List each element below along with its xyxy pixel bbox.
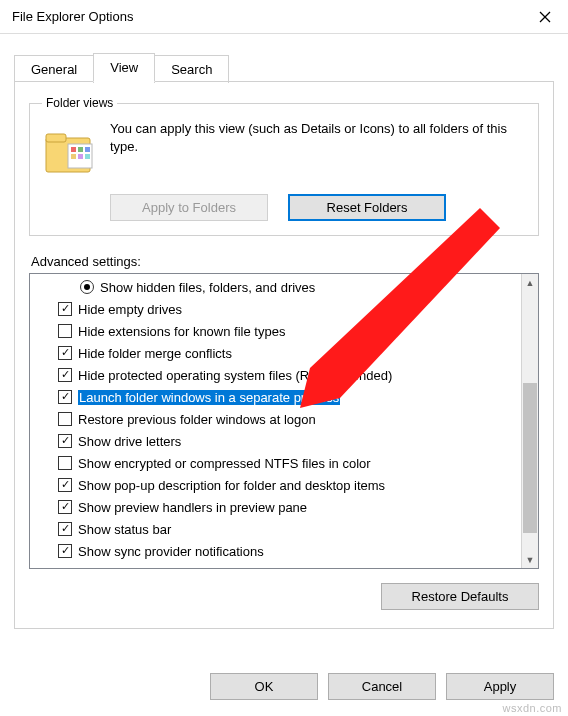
svg-rect-3 xyxy=(46,134,66,142)
scrollbar[interactable]: ▲ ▼ xyxy=(521,274,538,568)
apply-to-folders-button: Apply to Folders xyxy=(110,194,268,221)
close-icon xyxy=(539,11,551,23)
setting-row[interactable]: Show pop-up description for folder and d… xyxy=(30,474,521,496)
tab-general[interactable]: General xyxy=(14,55,94,83)
setting-row[interactable]: Show encrypted or compressed NTFS files … xyxy=(30,452,521,474)
tab-search[interactable]: Search xyxy=(154,55,229,83)
watermark: wsxdn.com xyxy=(502,702,562,714)
folder-icon xyxy=(42,124,98,180)
setting-row[interactable]: Show sync provider notifications xyxy=(30,540,521,562)
scroll-thumb[interactable] xyxy=(523,383,537,533)
checkbox-icon[interactable] xyxy=(58,478,72,492)
checkbox-icon[interactable] xyxy=(58,500,72,514)
svg-rect-7 xyxy=(85,147,90,152)
radio-icon[interactable] xyxy=(80,280,94,294)
setting-row[interactable]: Show status bar xyxy=(30,518,521,540)
ok-button[interactable]: OK xyxy=(210,673,318,700)
folder-views-group: Folder views You can apply this view (su… xyxy=(29,96,539,236)
tab-view[interactable]: View xyxy=(93,53,155,82)
folder-views-text: You can apply this view (such as Details… xyxy=(110,120,526,155)
tab-strip: General View Search xyxy=(14,52,568,81)
cancel-button[interactable]: Cancel xyxy=(328,673,436,700)
advanced-settings-list[interactable]: Show hidden files, folders, and drivesHi… xyxy=(29,273,539,569)
setting-label: Restore previous folder windows at logon xyxy=(78,412,316,427)
checkbox-icon[interactable] xyxy=(58,522,72,536)
setting-label: Hide extensions for known file types xyxy=(78,324,285,339)
setting-label: Show pop-up description for folder and d… xyxy=(78,478,385,493)
svg-rect-6 xyxy=(78,147,83,152)
setting-row[interactable]: Show hidden files, folders, and drives xyxy=(30,276,521,298)
checkbox-icon[interactable] xyxy=(58,456,72,470)
checkbox-icon[interactable] xyxy=(58,390,72,404)
scroll-down-icon[interactable]: ▼ xyxy=(522,551,538,568)
setting-row[interactable]: Hide folder merge conflicts xyxy=(30,342,521,364)
close-button[interactable] xyxy=(522,0,568,34)
tab-panel-view: Folder views You can apply this view (su… xyxy=(14,81,554,629)
checkbox-icon[interactable] xyxy=(58,302,72,316)
titlebar: File Explorer Options xyxy=(0,0,568,34)
setting-label: Launch folder windows in a separate proc… xyxy=(78,390,340,405)
setting-label: Hide folder merge conflicts xyxy=(78,346,232,361)
setting-label: Show hidden files, folders, and drives xyxy=(100,280,315,295)
folder-views-legend: Folder views xyxy=(42,96,117,110)
checkbox-icon[interactable] xyxy=(58,324,72,338)
svg-rect-9 xyxy=(78,154,83,159)
setting-row[interactable]: Show drive letters xyxy=(30,430,521,452)
svg-rect-8 xyxy=(71,154,76,159)
setting-label: Hide empty drives xyxy=(78,302,182,317)
checkbox-icon[interactable] xyxy=(58,434,72,448)
checkbox-icon[interactable] xyxy=(58,346,72,360)
apply-button[interactable]: Apply xyxy=(446,673,554,700)
scroll-up-icon[interactable]: ▲ xyxy=(522,274,538,291)
setting-label: Show sync provider notifications xyxy=(78,544,264,559)
checkbox-icon[interactable] xyxy=(58,368,72,382)
setting-label: Hide protected operating system files (R… xyxy=(78,368,392,383)
setting-row[interactable]: Hide empty drives xyxy=(30,298,521,320)
setting-row[interactable]: Hide protected operating system files (R… xyxy=(30,364,521,386)
scroll-track[interactable] xyxy=(522,291,538,551)
window-title: File Explorer Options xyxy=(12,9,133,24)
svg-rect-5 xyxy=(71,147,76,152)
checkbox-icon[interactable] xyxy=(58,544,72,558)
setting-label: Show status bar xyxy=(78,522,171,537)
restore-defaults-button[interactable]: Restore Defaults xyxy=(381,583,539,610)
advanced-settings-label: Advanced settings: xyxy=(31,254,539,269)
setting-label: Show preview handlers in preview pane xyxy=(78,500,307,515)
setting-label: Show drive letters xyxy=(78,434,181,449)
dialog-buttons: OK Cancel Apply xyxy=(210,673,554,700)
svg-rect-10 xyxy=(85,154,90,159)
setting-row[interactable]: Restore previous folder windows at logon xyxy=(30,408,521,430)
setting-row[interactable]: Launch folder windows in a separate proc… xyxy=(30,386,521,408)
setting-label: Show encrypted or compressed NTFS files … xyxy=(78,456,371,471)
setting-row[interactable]: Hide extensions for known file types xyxy=(30,320,521,342)
reset-folders-button[interactable]: Reset Folders xyxy=(288,194,446,221)
checkbox-icon[interactable] xyxy=(58,412,72,426)
setting-row[interactable]: Show preview handlers in preview pane xyxy=(30,496,521,518)
